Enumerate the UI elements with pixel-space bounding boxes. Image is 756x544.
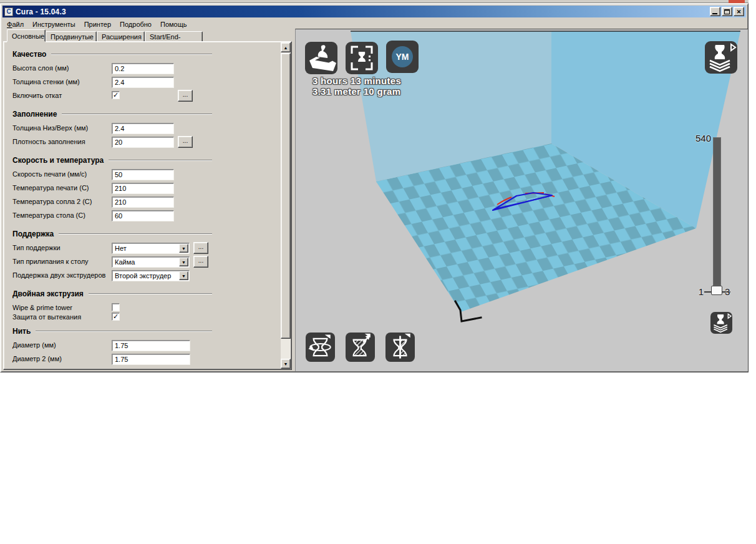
section-rule [62, 114, 212, 115]
settings-tabstrip: ОсновныеПродвинутыеРасширенияStart/End-G… [3, 29, 292, 42]
mirror-button[interactable] [385, 333, 415, 362]
scroll-up-button[interactable]: ▲ [281, 42, 291, 52]
setting-dropdown[interactable]: Второй экструдер▼ [112, 270, 190, 281]
tab-3[interactable]: Расширения [97, 31, 145, 42]
setting-label: Поддержка двух экструдеров [12, 271, 105, 279]
section-title: Двойная экструзия [12, 289, 84, 298]
setting-input[interactable]: 50 [112, 169, 174, 180]
section-title: Поддержка [12, 230, 54, 238]
print-time-estimate: 3 hours 13 minutes [313, 75, 401, 86]
material-estimate: 3.31 meter 10 gram [313, 86, 400, 97]
scroll-down-button[interactable]: ▼ [281, 359, 291, 369]
setting-label: Температура печати (C) [12, 184, 89, 192]
setting-label: Скорость печати (мм/с) [12, 170, 87, 178]
layer-slider-max: 540 [689, 133, 711, 143]
settings-scrollbar[interactable]: ▲ ▼ [281, 42, 291, 369]
setting-input[interactable]: 1.75 [112, 340, 190, 351]
setting-label: Wipe & prime tower [12, 304, 72, 311]
close-icon: ✕ [737, 9, 742, 15]
minimize-icon [712, 13, 717, 14]
close-button[interactable]: ✕ [734, 7, 744, 16]
menu-3[interactable]: Принтер [80, 19, 115, 30]
section-header: Качество [12, 49, 212, 59]
settings-panel: КачествоВысота слоя (мм)0.2Толщина стенк… [3, 41, 292, 370]
section-title: Качество [12, 50, 46, 59]
setting-label: Включить откат [12, 92, 62, 99]
section-title: Нить [12, 327, 31, 336]
section-header: Скорость и температура [12, 155, 212, 165]
scale-button[interactable] [346, 333, 375, 362]
section-header: Заполнение [12, 109, 212, 119]
dropdown-arrow-icon[interactable]: ▼ [179, 271, 188, 280]
tab-4[interactable]: Start/End-GCode [145, 31, 203, 42]
save-toolpath-button[interactable] [346, 42, 378, 74]
layer-slider-track[interactable] [713, 137, 721, 286]
app-window: C Cura - 15.04.3 ✕ ФайлИнструментыПринте… [0, 3, 749, 372]
setting-input[interactable]: 210 [112, 183, 174, 194]
dropdown-arrow-icon[interactable]: ▼ [179, 258, 188, 266]
scroll-down-icon: ▼ [284, 362, 288, 366]
setting-label: Тип поддержки [12, 244, 61, 251]
setting-checkbox[interactable]: ✓ [112, 313, 120, 321]
minimize-button[interactable] [710, 7, 720, 16]
setting-label: Тип прилипания к столу [12, 258, 89, 265]
setting-label: Толщина Низ/Верх (мм) [12, 124, 88, 132]
section-rule [89, 293, 212, 294]
menu-4[interactable]: Подробно [115, 19, 156, 30]
setting-input[interactable]: 60 [112, 210, 174, 221]
section-rule [109, 160, 212, 161]
expert-settings-button[interactable]: ... [178, 90, 193, 102]
setting-label: Температура сопла 2 (C) [12, 198, 92, 205]
setting-dropdown[interactable]: Кайма▼ [112, 256, 190, 268]
section-title: Скорость и температура [12, 156, 104, 165]
setting-checkbox[interactable]: ✓ [112, 91, 120, 99]
menu-5[interactable]: Помощь [156, 19, 191, 30]
scroll-up-icon: ▲ [284, 46, 288, 50]
layer-view-button[interactable] [710, 312, 732, 334]
setting-input[interactable]: 210 [112, 197, 174, 208]
mirror-icon [385, 333, 415, 362]
setting-input[interactable]: 2.4 [112, 77, 174, 88]
setting-dropdown[interactable]: Нет▼ [112, 243, 190, 254]
section-rule [59, 233, 212, 235]
tab-2[interactable]: Продвинутые [46, 31, 97, 42]
tab-1[interactable]: Основные [7, 29, 46, 42]
menu-1[interactable]: Файл [2, 19, 28, 30]
dropdown-arrow-icon[interactable]: ▼ [179, 244, 188, 253]
app-icon: C [4, 7, 13, 16]
section-header: Двойная экструзия [12, 289, 212, 299]
expert-settings-button[interactable]: ... [193, 256, 208, 268]
scroll-thumb[interactable] [281, 53, 291, 339]
load-model-icon [305, 42, 337, 74]
rotate-icon [306, 333, 335, 362]
youmagine-share-icon: YM [386, 41, 419, 73]
window-title: Cura - 15.04.3 [16, 7, 66, 16]
save-toolpath-icon [346, 42, 378, 74]
setting-input[interactable]: 0.2 [112, 63, 174, 74]
view-mode-icon [705, 41, 737, 74]
section-header: Поддержка [12, 229, 212, 239]
section-rule [51, 54, 212, 55]
setting-label: Плотность заполнения [12, 138, 85, 145]
layer-range-to: 3 [725, 286, 730, 297]
setting-input[interactable]: 1.75 [112, 354, 190, 365]
expert-settings-button[interactable]: ... [193, 242, 208, 254]
setting-checkbox[interactable] [112, 303, 120, 311]
youmagine-share-button[interactable]: YM [386, 41, 419, 73]
3d-viewport[interactable]: YM 3 hours 13 minutes 3.31 meter 10 gram… [295, 29, 748, 371]
settings-form: КачествоВысота слоя (мм)0.2Толщина стенк… [4, 42, 280, 369]
layer-slider-handle[interactable] [711, 286, 722, 295]
section-header: Нить [12, 326, 212, 336]
setting-input[interactable]: 20 [112, 137, 174, 148]
load-model-button[interactable] [305, 42, 337, 74]
rotate-button[interactable] [306, 333, 335, 362]
setting-label: Защита от вытекания [12, 313, 81, 321]
expert-settings-button[interactable]: ... [178, 136, 193, 148]
setting-label: Диаметр 2 (мм) [12, 355, 62, 362]
setting-input[interactable]: 2.4 [112, 123, 174, 134]
menu-2[interactable]: Инструменты [28, 19, 80, 30]
titlebar: C Cura - 15.04.3 ✕ [2, 6, 746, 17]
view-mode-button[interactable] [705, 41, 737, 74]
setting-label: Диаметр (мм) [12, 341, 56, 349]
maximize-button[interactable] [722, 7, 732, 16]
